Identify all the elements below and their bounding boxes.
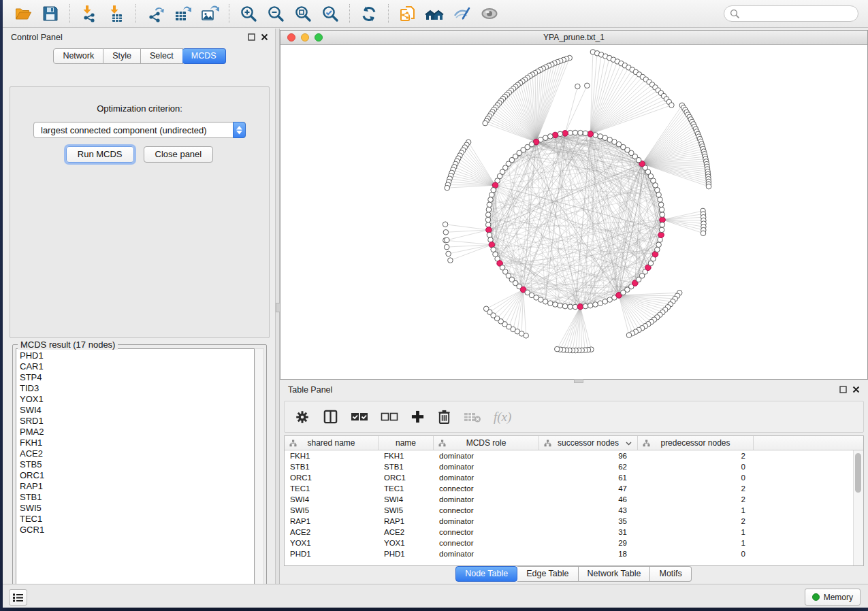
table-cell-pred[interactable]: 0 <box>638 548 754 559</box>
search-box[interactable] <box>724 5 858 22</box>
table-cell-succ[interactable]: 62 <box>539 461 638 472</box>
tab-network[interactable]: Network <box>53 48 103 64</box>
table-row[interactable]: YOX1YOX1connector291 <box>285 538 853 548</box>
table-cell-role[interactable]: connector <box>434 538 539 548</box>
unselect-all-columns-icon[interactable] <box>381 412 398 423</box>
table-cell-shared[interactable]: ACE2 <box>285 527 379 538</box>
table-cell-shared[interactable]: RAP1 <box>285 516 379 527</box>
save-session-icon[interactable] <box>39 3 62 24</box>
export-network-icon[interactable] <box>144 3 167 24</box>
table-cell-pred[interactable]: 2 <box>638 516 754 527</box>
table-cell-succ[interactable]: 18 <box>539 548 638 559</box>
table-cell-name[interactable]: PHD1 <box>379 548 434 559</box>
table-cell-name[interactable]: ACE2 <box>379 527 434 538</box>
table-scrollbar-thumb[interactable] <box>855 453 861 493</box>
mcds-result-item[interactable]: SWI4 <box>20 405 254 416</box>
table-cell-role[interactable]: connector <box>434 527 539 538</box>
table-row[interactable]: PHD1PHD1dominator180 <box>285 548 853 559</box>
tab-mcds[interactable]: MCDS <box>182 48 226 64</box>
tab-network-table[interactable]: Network Table <box>579 566 651 582</box>
tab-motifs[interactable]: Motifs <box>650 566 691 582</box>
close-panel-button[interactable]: Close panel <box>144 146 214 163</box>
mcds-result-item[interactable]: YOX1 <box>20 394 254 405</box>
float-panel-icon[interactable] <box>839 386 847 393</box>
first-neighbors-icon[interactable] <box>423 3 447 24</box>
close-panel-icon[interactable] <box>852 386 860 393</box>
mcds-result-item[interactable]: FKH1 <box>20 437 254 448</box>
table-cell-pred[interactable]: 1 <box>638 505 754 516</box>
refresh-icon[interactable] <box>357 3 381 24</box>
create-column-plus-icon[interactable] <box>411 410 425 424</box>
table-row[interactable]: ACE2ACE2connector311 <box>285 527 853 538</box>
horizontal-splitter-grip-icon[interactable] <box>574 379 583 383</box>
zoom-out-icon[interactable] <box>264 3 287 24</box>
column-header-successor-nodes[interactable]: successor nodes <box>539 436 638 450</box>
table-cell-succ[interactable]: 96 <box>539 450 638 461</box>
table-cell-shared[interactable]: STB1 <box>285 461 379 472</box>
table-cell-name[interactable]: SWI5 <box>379 505 434 516</box>
table-cell-role[interactable]: dominator <box>434 548 539 559</box>
table-cell-shared[interactable]: YOX1 <box>285 538 379 548</box>
show-graphics-icon[interactable] <box>478 3 501 24</box>
table-cell-name[interactable]: FKH1 <box>379 450 434 461</box>
table-cell-shared[interactable]: TEC1 <box>285 483 379 494</box>
mcds-result-item[interactable]: TEC1 <box>20 514 254 525</box>
table-cell-name[interactable]: YOX1 <box>379 538 434 548</box>
mcds-result-item[interactable]: ACE2 <box>20 448 254 459</box>
float-panel-icon[interactable] <box>248 33 255 41</box>
table-cell-pred[interactable]: 1 <box>638 538 754 548</box>
table-cell-name[interactable]: ORC1 <box>379 472 434 483</box>
mcds-result-item[interactable]: PMA2 <box>20 427 254 437</box>
table-cell-succ[interactable]: 35 <box>539 516 638 527</box>
import-table-icon[interactable] <box>105 3 128 24</box>
column-header-name[interactable]: name <box>379 436 434 450</box>
table-row[interactable]: ORC1ORC1dominator610 <box>285 472 853 483</box>
column-header-predecessor-nodes[interactable]: predecessor nodes <box>638 436 754 450</box>
table-cell-name[interactable]: STB1 <box>379 461 434 472</box>
show-columns-icon[interactable] <box>323 409 338 425</box>
open-file-icon[interactable] <box>12 3 35 24</box>
table-cell-shared[interactable]: SWI4 <box>285 494 379 505</box>
table-cell-succ[interactable]: 43 <box>539 505 638 516</box>
log-console-button[interactable] <box>9 589 27 606</box>
mcds-result-list[interactable]: PHD1CAR1STP4TID3YOX1SWI4SRD1PMA2FKH1ACE2… <box>16 348 255 597</box>
table-cell-shared[interactable]: ORC1 <box>285 472 379 483</box>
table-scrollbar[interactable] <box>853 450 863 565</box>
tab-edge-table[interactable]: Edge Table <box>517 566 578 582</box>
mcds-result-item[interactable]: SWI5 <box>20 503 254 514</box>
table-cell-role[interactable]: connector <box>434 483 539 494</box>
export-table-icon[interactable] <box>171 3 194 24</box>
network-canvas[interactable] <box>280 45 867 379</box>
tab-node-table[interactable]: Node Table <box>455 566 517 582</box>
column-header-shared-name[interactable]: shared name <box>285 436 379 450</box>
table-cell-shared[interactable]: FKH1 <box>285 450 379 461</box>
network-graph[interactable] <box>280 45 867 379</box>
mcds-result-scrollbar[interactable] <box>255 348 264 597</box>
tab-style[interactable]: Style <box>103 48 141 64</box>
memory-button[interactable]: Memory <box>805 589 861 606</box>
table-settings-gear-icon[interactable] <box>294 409 310 425</box>
table-cell-shared[interactable]: PHD1 <box>285 548 379 559</box>
table-cell-name[interactable]: TEC1 <box>379 483 434 494</box>
table-cell-name[interactable]: RAP1 <box>379 516 434 527</box>
mcds-result-item[interactable]: RAP1 <box>20 481 254 492</box>
zoom-selected-icon[interactable] <box>319 3 342 24</box>
table-row[interactable]: SWI5SWI5connector431 <box>285 505 853 516</box>
mcds-result-item[interactable]: STB5 <box>20 459 254 470</box>
mcds-result-item[interactable]: GCR1 <box>20 525 254 535</box>
close-panel-icon[interactable] <box>261 33 268 41</box>
delete-column-trash-icon[interactable] <box>437 409 451 425</box>
tab-select[interactable]: Select <box>141 48 183 64</box>
table-cell-pred[interactable]: 0 <box>638 461 754 472</box>
export-image-icon[interactable] <box>198 3 221 24</box>
mcds-result-item[interactable]: SRD1 <box>20 416 254 427</box>
hide-annotations-icon[interactable] <box>451 3 474 24</box>
zoom-fit-icon[interactable] <box>291 3 315 24</box>
table-cell-pred[interactable]: 2 <box>638 483 754 494</box>
mcds-result-item[interactable]: STP4 <box>20 372 254 383</box>
table-row[interactable]: TEC1TEC1connector472 <box>285 483 853 494</box>
table-cell-role[interactable]: dominator <box>434 516 539 527</box>
table-cell-succ[interactable]: 46 <box>539 494 638 505</box>
zoom-in-icon[interactable] <box>237 3 260 24</box>
table-cell-succ[interactable]: 29 <box>539 538 638 548</box>
